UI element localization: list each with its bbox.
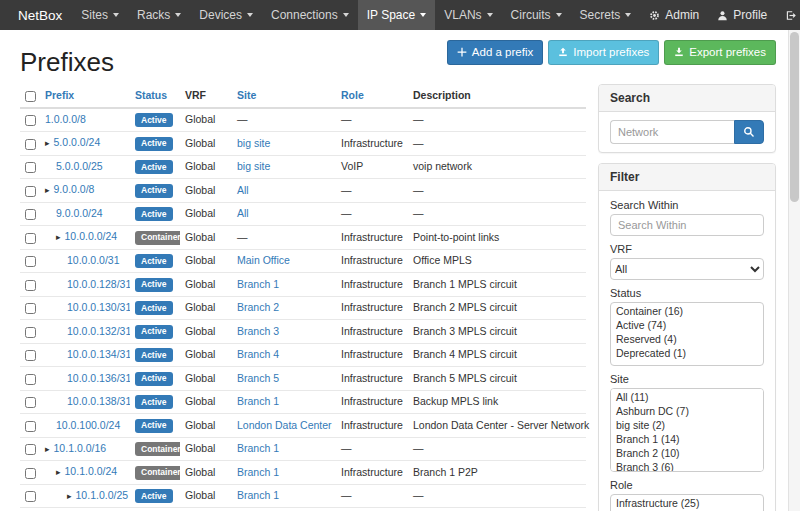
prefix-link[interactable]: 10.0.0.136/31: [67, 372, 130, 384]
prefix-link[interactable]: 10.0.0.0/31: [67, 254, 120, 266]
logout-link[interactable]: Log out: [776, 0, 800, 30]
site-link[interactable]: Branch 1: [237, 278, 279, 290]
prefix-link[interactable]: 5.0.0.0/25: [56, 160, 103, 172]
row-checkbox[interactable]: [25, 327, 36, 338]
row-checkbox[interactable]: [25, 397, 36, 408]
scrollbar-thumb[interactable]: [790, 32, 799, 202]
prefix-link[interactable]: 5.0.0.0/24: [54, 136, 101, 148]
site-link[interactable]: Branch 1: [237, 395, 279, 407]
prefix-link[interactable]: 10.1.0.0/25: [76, 489, 129, 501]
select-option[interactable]: Ashburn DC (7): [612, 404, 762, 418]
site-link[interactable]: Branch 4: [237, 348, 279, 360]
select-option[interactable]: All (11): [612, 390, 762, 404]
caret-right-icon[interactable]: ▸: [45, 444, 50, 454]
site-link[interactable]: big site: [237, 137, 270, 149]
prefix-link[interactable]: 10.0.0.128/31: [67, 278, 130, 290]
nav-item-sites[interactable]: Sites: [72, 0, 128, 30]
caret-right-icon[interactable]: ▸: [45, 185, 50, 195]
search-input[interactable]: [610, 120, 734, 144]
vrf-label: VRF: [610, 243, 764, 255]
status-select[interactable]: Container (16)Active (74)Reserved (4)Dep…: [610, 302, 764, 366]
caret-right-icon[interactable]: ▸: [56, 467, 61, 477]
nav-item-circuits[interactable]: Circuits: [502, 0, 571, 30]
table-row: 10.0.0.0/31ActiveGlobalMain OfficeInfras…: [20, 249, 586, 273]
row-checkbox[interactable]: [25, 256, 36, 267]
row-checkbox[interactable]: [25, 186, 36, 197]
caret-right-icon[interactable]: ▸: [67, 491, 72, 501]
app-brand[interactable]: NetBox: [8, 0, 72, 30]
prefix-link[interactable]: 10.0.0.130/31: [67, 301, 130, 313]
site-link[interactable]: Branch 5: [237, 372, 279, 384]
column-header-role[interactable]: Role: [336, 84, 408, 108]
row-checkbox[interactable]: [25, 139, 36, 150]
row-checkbox[interactable]: [25, 444, 36, 455]
select-option[interactable]: big site (2): [612, 418, 762, 432]
select-option[interactable]: Branch 1 (14): [612, 432, 762, 446]
site-link[interactable]: Branch 2: [237, 301, 279, 313]
select-option[interactable]: Branch 3 (6): [612, 460, 762, 472]
row-checkbox[interactable]: [25, 115, 36, 126]
site-link[interactable]: Main Office: [237, 254, 290, 266]
row-checkbox[interactable]: [25, 233, 36, 244]
nav-item-connections[interactable]: Connections: [262, 0, 358, 30]
select-option[interactable]: Deprecated (1): [612, 346, 762, 360]
caret-right-icon[interactable]: ▸: [56, 232, 61, 242]
row-checkbox[interactable]: [25, 162, 36, 173]
site-link[interactable]: Branch 1: [237, 489, 279, 501]
row-checkbox[interactable]: [25, 350, 36, 361]
site-link[interactable]: All: [237, 184, 249, 196]
search-within-input[interactable]: [610, 214, 764, 236]
select-all-checkbox[interactable]: [25, 91, 36, 102]
site-link[interactable]: big site: [237, 160, 270, 172]
import-prefixes-button[interactable]: Import prefixes: [548, 40, 659, 65]
row-checkbox[interactable]: [25, 491, 36, 502]
prefix-link[interactable]: 1.0.0.0/8: [45, 113, 86, 125]
nav-item-secrets[interactable]: Secrets: [571, 0, 641, 30]
prefix-link[interactable]: 10.0.100.0/24: [56, 419, 120, 431]
select-option[interactable]: Active (74): [612, 318, 762, 332]
row-checkbox[interactable]: [25, 374, 36, 385]
add-prefix-button[interactable]: Add a prefix: [447, 40, 543, 65]
site-link[interactable]: Branch 3: [237, 325, 279, 337]
prefix-cell: ▸10.1.0.0/24: [40, 461, 130, 485]
site-link[interactable]: Branch 1: [237, 466, 279, 478]
select-option[interactable]: Infrastructure (25): [612, 496, 762, 510]
row-checkbox[interactable]: [25, 280, 36, 291]
nav-item-ip-space[interactable]: IP Space: [358, 0, 435, 30]
row-checkbox[interactable]: [25, 209, 36, 220]
role-select[interactable]: Infrastructure (25)Management (8)Private…: [610, 494, 764, 511]
scrollbar-track[interactable]: [788, 30, 800, 511]
prefix-link[interactable]: 10.0.0.0/24: [65, 230, 118, 242]
column-header-site[interactable]: Site: [232, 84, 336, 108]
nav-item-vlans[interactable]: VLANs: [435, 0, 501, 30]
site-link[interactable]: Branch 1: [237, 442, 279, 454]
nav-item-racks[interactable]: Racks: [128, 0, 190, 30]
select-option[interactable]: Container (16): [612, 304, 762, 318]
select-option[interactable]: Branch 2 (10): [612, 446, 762, 460]
prefix-link[interactable]: 9.0.0.0/24: [56, 207, 103, 219]
export-prefixes-button[interactable]: Export prefixes: [664, 40, 776, 65]
column-header-status[interactable]: Status: [130, 84, 180, 108]
profile-link[interactable]: Profile: [708, 0, 776, 30]
admin-link[interactable]: Admin: [640, 0, 708, 30]
prefix-link[interactable]: 10.0.0.138/31: [67, 395, 130, 407]
site-link[interactable]: All: [237, 207, 249, 219]
prefix-link[interactable]: 10.0.0.132/31: [67, 325, 130, 337]
prefix-link[interactable]: 10.1.0.0/24: [65, 465, 118, 477]
vrf-select[interactable]: All: [610, 258, 764, 280]
vrf-cell: Global: [180, 484, 232, 508]
column-header-prefix[interactable]: Prefix: [40, 84, 130, 108]
row-checkbox[interactable]: [25, 468, 36, 479]
vrf-cell: Global: [180, 320, 232, 344]
prefix-link[interactable]: 9.0.0.0/8: [54, 183, 95, 195]
prefix-link[interactable]: 10.1.0.0/16: [54, 442, 107, 454]
row-checkbox[interactable]: [25, 421, 36, 432]
prefix-link[interactable]: 10.0.0.134/31: [67, 348, 130, 360]
site-select[interactable]: All (11)Ashburn DC (7)big site (2)Branch…: [610, 388, 764, 472]
search-button[interactable]: [734, 120, 764, 144]
site-link[interactable]: London Data Center: [237, 419, 332, 431]
caret-right-icon[interactable]: ▸: [45, 138, 50, 148]
select-option[interactable]: Reserved (4): [612, 332, 762, 346]
row-checkbox[interactable]: [25, 303, 36, 314]
nav-item-devices[interactable]: Devices: [190, 0, 262, 30]
